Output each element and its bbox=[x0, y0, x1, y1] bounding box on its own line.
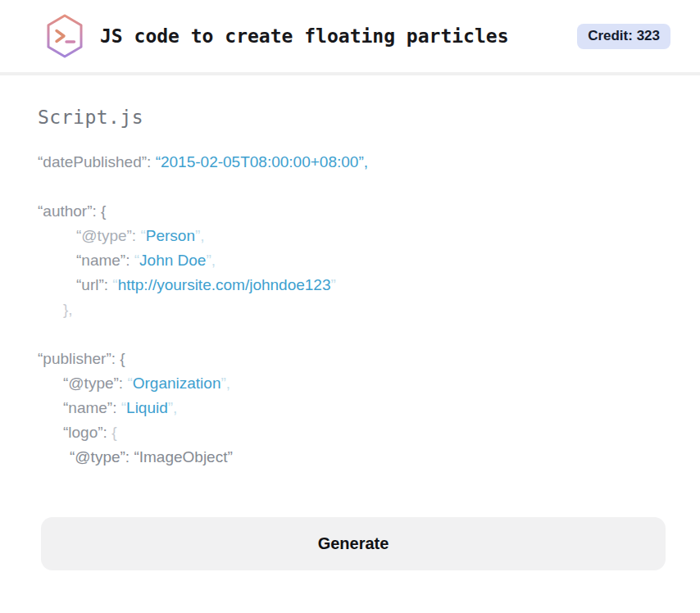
code-line: “@type”: “ImageObject” bbox=[38, 445, 662, 470]
code-block: “datePublished”: “2015-02-05T08:00:00+08… bbox=[38, 150, 662, 470]
code-segment: “datePublished”: bbox=[38, 153, 156, 170]
code-segment: “name”: bbox=[63, 399, 121, 416]
code-line: “author”: { bbox=[38, 199, 662, 224]
code-line: “url”: “http://yoursite.com/johndoe123” bbox=[38, 273, 662, 297]
code-segment: Person bbox=[146, 227, 195, 244]
code-segment: ”, bbox=[195, 227, 205, 244]
generate-button[interactable]: Generate bbox=[41, 517, 666, 570]
code-segment: “logo”: bbox=[63, 424, 111, 441]
code-line: “@type”: “Organization”, bbox=[38, 371, 662, 396]
code-line: “publisher”: { bbox=[38, 347, 662, 371]
code-segment: “url”: bbox=[76, 276, 112, 293]
code-segment: ”, bbox=[220, 375, 230, 392]
code-line: “datePublished”: “2015-02-05T08:00:00+08… bbox=[38, 150, 662, 175]
code-segment: }, bbox=[63, 301, 73, 318]
code-segment: “@type”: “ImageObject” bbox=[70, 448, 233, 465]
code-line: “name”: “John Doe”, bbox=[38, 248, 662, 273]
code-segment: ” bbox=[331, 276, 336, 293]
credit-badge: Credit: 323 bbox=[577, 24, 670, 49]
code-segment: “@type”: bbox=[76, 227, 140, 244]
code-segment: ”, bbox=[168, 399, 178, 416]
code-segment: http://yoursite.com/johndoe123 bbox=[118, 276, 331, 293]
terminal-prompt-logo-icon bbox=[43, 12, 87, 60]
code-segment: “name”: bbox=[76, 252, 134, 269]
code-segment: “@type”: bbox=[63, 375, 127, 392]
code-line: “logo”: { bbox=[38, 420, 662, 445]
code-segment: Liquid bbox=[126, 399, 168, 416]
file-title: Script.js bbox=[38, 107, 662, 128]
header: JS code to create floating particles Cre… bbox=[0, 0, 700, 75]
code-line: “@type”: “Person”, bbox=[38, 224, 662, 248]
code-segment: ”, bbox=[206, 252, 216, 269]
main-content: Script.js “datePublished”: “2015-02-05T0… bbox=[0, 75, 700, 570]
code-line bbox=[38, 322, 662, 347]
code-line: }, bbox=[38, 297, 662, 322]
code-segment: “2015-02-05T08:00:00+08:00”, bbox=[156, 153, 368, 170]
code-segment: { bbox=[111, 424, 116, 441]
code-segment: John Doe bbox=[139, 252, 206, 269]
code-segment: “publisher”: { bbox=[38, 350, 125, 367]
code-segment: Organization bbox=[133, 375, 221, 392]
code-segment: “author”: { bbox=[38, 202, 106, 220]
code-line bbox=[38, 175, 662, 199]
page-title: JS code to create floating particles bbox=[100, 25, 509, 47]
code-line: “name”: “Liquid”, bbox=[38, 396, 662, 420]
